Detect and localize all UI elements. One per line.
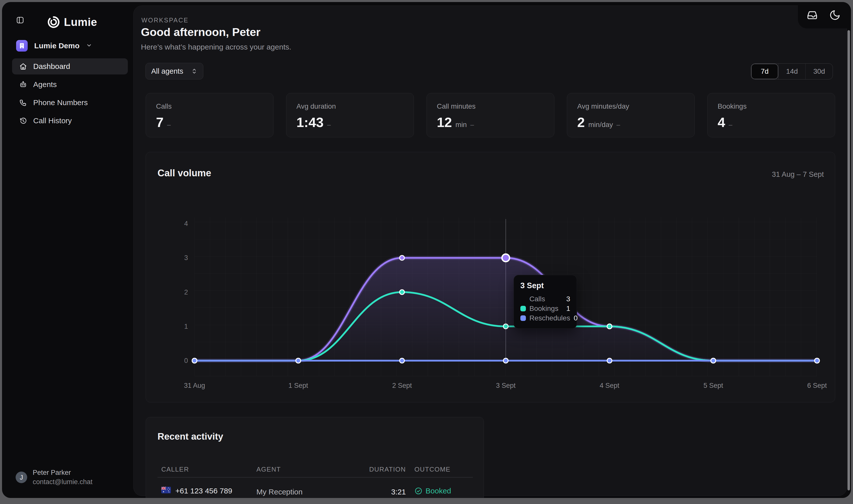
user-email: contact@lumie.chat — [33, 478, 93, 486]
stat-label: Avg minutes/day — [577, 102, 685, 110]
phone-icon — [19, 98, 27, 107]
svg-text:4 Sept: 4 Sept — [600, 382, 620, 389]
sidebar-item-agents[interactable]: Agents — [12, 76, 128, 93]
sidebar-item-label: Dashboard — [33, 62, 70, 71]
workspace-avatar — [16, 40, 28, 52]
agent-filter-select[interactable]: All agents — [145, 63, 203, 79]
australia-flag-icon — [161, 487, 171, 495]
column-header-outcome: OUTCOME — [414, 466, 450, 473]
range-button-14d[interactable]: 14d — [778, 64, 805, 79]
svg-text:1 Sept: 1 Sept — [288, 382, 308, 389]
logo-wordmark: Lumie — [64, 16, 97, 29]
svg-text:0: 0 — [184, 357, 188, 364]
stat-trend: – — [327, 121, 331, 129]
tooltip-series-value: 1 — [566, 305, 570, 312]
inbox-button[interactable] — [806, 9, 818, 21]
building-icon — [19, 42, 25, 49]
stat-label: Bookings — [717, 102, 825, 110]
stat-card-avg-minutes-day: Avg minutes/day2min/day– — [567, 93, 695, 137]
activity-row[interactable]: +61 123 456 789My Reception3:21Booked — [146, 481, 484, 498]
check-circle-icon — [414, 487, 423, 495]
theme-toggle-button[interactable] — [829, 9, 841, 21]
app-window: Lumie Lumie Demo DashboardAgentsPhone Nu… — [2, 2, 851, 498]
chart-tooltip: 3 Sept Calls3Bookings1Reschedules0 — [514, 275, 577, 329]
sidebar-item-call-history[interactable]: Call History — [12, 113, 128, 129]
tooltip-row-reschedules: Reschedules0 — [520, 313, 570, 323]
column-header-agent: AGENT — [256, 466, 281, 473]
tooltip-series-label: Reschedules — [529, 314, 570, 322]
sidebar-item-label: Agents — [33, 80, 57, 89]
scrollbar[interactable] — [848, 30, 850, 490]
user-meta: Peter Parker contact@lumie.chat — [33, 469, 93, 486]
topbar-notch — [798, 2, 851, 29]
page-subtitle: Here’s what’s happening across your agen… — [141, 43, 291, 51]
range-button-30d[interactable]: 30d — [805, 64, 833, 79]
outcome-cell: Booked — [414, 487, 451, 495]
stat-card-bookings: Bookings4– — [707, 93, 835, 137]
sidebar-item-dashboard[interactable]: Dashboard — [12, 58, 128, 74]
chevron-down-icon — [86, 42, 92, 49]
panel-left-icon — [16, 16, 24, 25]
tooltip-series-value: 3 — [566, 295, 570, 303]
sidebar-item-phone-numbers[interactable]: Phone Numbers — [12, 94, 128, 111]
range-button-7d[interactable]: 7d — [751, 64, 778, 79]
series-chip — [520, 306, 526, 311]
series-chip — [520, 316, 526, 321]
inbox-icon — [806, 9, 818, 21]
duration-cell: 3:21 — [356, 488, 406, 496]
stat-card-avg-duration: Avg duration1:43– — [286, 93, 414, 137]
sidebar-item-label: Call History — [33, 116, 72, 125]
caller-number: +61 123 456 789 — [175, 487, 232, 495]
stat-trend: – — [167, 121, 171, 129]
svg-text:3: 3 — [184, 254, 188, 262]
stat-unit: min — [456, 121, 467, 129]
stat-card-calls: Calls7– — [146, 93, 273, 137]
svg-text:5 Sept: 5 Sept — [704, 382, 724, 389]
tooltip-series-label: Bookings — [529, 305, 563, 312]
caller-cell: +61 123 456 789 — [161, 487, 232, 495]
stat-value: 4 — [717, 114, 725, 130]
workspace-eyebrow: WORKSPACE — [141, 17, 189, 24]
table-header-divider — [158, 477, 473, 478]
tooltip-series-value: 0 — [574, 314, 578, 322]
call-volume-card: Call volume 31 Aug – 7 Sept 0123431 Aug1… — [146, 152, 835, 402]
bot-icon — [19, 80, 27, 89]
column-header-caller: CALLER — [161, 466, 189, 473]
sidebar-item-label: Phone Numbers — [33, 98, 88, 107]
logo: Lumie — [47, 15, 97, 30]
stat-value: 2 — [577, 114, 585, 130]
user-profile[interactable]: J Peter Parker contact@lumie.chat — [16, 469, 93, 486]
svg-text:1: 1 — [184, 323, 188, 330]
stat-value: 12 — [437, 114, 452, 130]
svg-text:2 Sept: 2 Sept — [392, 382, 412, 389]
svg-text:4: 4 — [184, 220, 188, 227]
stat-value: 1:43 — [297, 114, 324, 130]
home-icon — [19, 62, 27, 70]
history-icon — [19, 117, 27, 125]
tooltip-date: 3 Sept — [520, 281, 570, 290]
date-range-segmented-control: 7d14d30d — [751, 64, 833, 79]
sidebar-collapse-button[interactable] — [14, 15, 26, 26]
stat-cards: Calls7–Avg duration1:43–Call minutes12mi… — [146, 93, 837, 137]
stat-trend: – — [470, 121, 474, 129]
recent-activity-card: Recent activity CALLER AGENT DURATION OU… — [146, 417, 484, 498]
svg-text:31 Aug: 31 Aug — [184, 382, 205, 389]
series-chip — [520, 296, 526, 302]
outcome-badge: Booked — [426, 487, 451, 495]
stat-value: 7 — [156, 114, 163, 130]
moon-icon — [829, 9, 841, 21]
stat-unit: min/day — [588, 121, 613, 129]
stat-trend: – — [729, 121, 732, 129]
tooltip-series-label: Calls — [529, 295, 563, 303]
sidebar-nav: DashboardAgentsPhone NumbersCall History — [12, 58, 128, 129]
user-name: Peter Parker — [33, 469, 93, 476]
avatar: J — [16, 471, 27, 483]
agent-filter-value: All agents — [151, 67, 183, 75]
workspace-switcher[interactable]: Lumie Demo — [16, 40, 92, 52]
stat-card-call-minutes: Call minutes12min– — [427, 93, 554, 137]
stat-label: Calls — [156, 102, 263, 110]
workspace-name: Lumie Demo — [34, 41, 79, 50]
svg-text:6 Sept: 6 Sept — [807, 382, 827, 389]
stat-label: Avg duration — [297, 102, 404, 110]
recent-activity-title: Recent activity — [158, 431, 223, 442]
